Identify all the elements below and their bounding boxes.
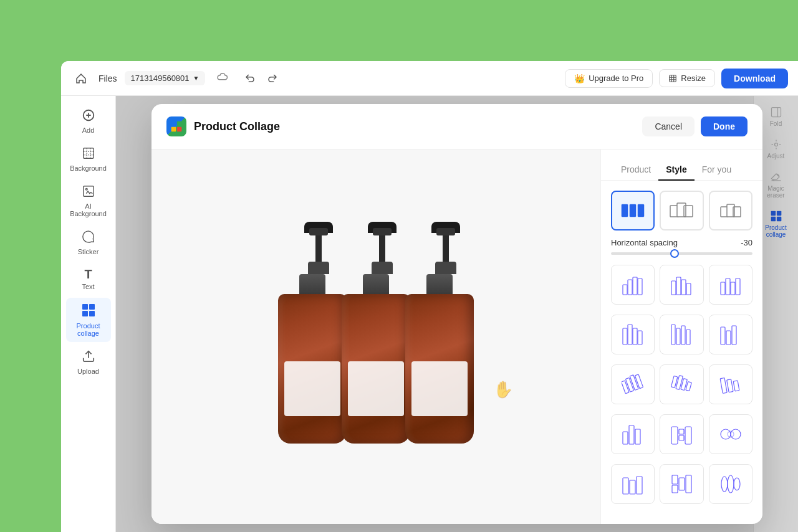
chevron-down-icon: ▼ <box>193 75 200 82</box>
modal-title-area: Product Collage <box>166 116 280 136</box>
arrangement-option-7[interactable] <box>611 364 655 404</box>
upload-icon <box>82 349 95 365</box>
modal-overlay: Product Collage Cancel Done <box>116 96 798 532</box>
preview-area[interactable]: ✋ <box>151 150 600 524</box>
sidebar-sticker-label: Sticker <box>78 248 99 255</box>
svg-point-80 <box>721 477 728 492</box>
svg-rect-39 <box>731 282 735 295</box>
upgrade-button[interactable]: 👑 Upgrade to Pro <box>565 69 653 88</box>
svg-rect-36 <box>686 283 691 295</box>
svg-rect-0 <box>670 75 676 82</box>
svg-rect-52 <box>622 381 629 394</box>
done-button[interactable]: Done <box>701 116 748 136</box>
modal-body: ✋ Product Style For you <box>151 150 762 524</box>
svg-rect-20 <box>622 204 628 217</box>
arrangement-option-12[interactable] <box>709 414 752 454</box>
sidebar-product-collage-label: Product collage <box>69 322 108 337</box>
sidebar-item-text[interactable]: T Text <box>66 263 111 295</box>
svg-rect-2 <box>83 148 94 159</box>
svg-point-70 <box>721 429 731 439</box>
app-window: Files 1713149560801 ▼ <box>61 61 798 532</box>
svg-rect-47 <box>681 326 685 344</box>
sidebar-item-background[interactable]: Background <box>66 141 111 177</box>
svg-rect-16 <box>171 121 176 126</box>
svg-rect-75 <box>637 477 642 494</box>
svg-rect-60 <box>720 378 727 394</box>
filename-text: 1713149560801 <box>131 74 190 83</box>
content-area: Add Background <box>61 96 798 532</box>
hand-cursor-icon: ✋ <box>493 380 513 399</box>
arrangement-option-15[interactable] <box>709 464 752 504</box>
cancel-button[interactable]: Cancel <box>642 116 695 136</box>
arrangement-grid-4 <box>611 414 752 454</box>
svg-rect-51 <box>732 326 736 344</box>
svg-rect-43 <box>633 328 637 344</box>
slider-thumb[interactable] <box>670 249 679 258</box>
svg-rect-17 <box>177 121 182 126</box>
redo-button[interactable] <box>262 69 282 88</box>
layout-option-overlap[interactable] <box>660 191 703 230</box>
undo-redo-group <box>240 69 282 88</box>
filename-chip[interactable]: 1713149560801 ▼ <box>125 71 206 85</box>
arrangement-option-3[interactable] <box>709 265 752 305</box>
sidebar-item-product-collage[interactable]: Product collage <box>66 298 111 342</box>
style-panel: Product Style For you <box>600 150 762 524</box>
arrangement-option-4[interactable] <box>611 315 655 354</box>
arrangement-option-8[interactable] <box>660 364 703 404</box>
layout-option-horizontal-even[interactable] <box>611 191 655 230</box>
home-button[interactable] <box>71 69 91 88</box>
arrangement-option-13[interactable] <box>611 464 655 504</box>
arrangement-option-11[interactable] <box>660 414 703 454</box>
sidebar-item-upload[interactable]: Upload <box>66 344 111 380</box>
spacing-slider[interactable] <box>611 252 752 255</box>
arrangement-option-9[interactable] <box>709 364 752 404</box>
svg-rect-5 <box>82 304 88 310</box>
arrangement-option-2[interactable] <box>660 265 703 305</box>
modal-header: Product Collage Cancel Done <box>151 104 762 150</box>
tab-style[interactable]: Style <box>658 159 694 181</box>
canvas-area[interactable]: Fold Adjust Magic eraser Product collage <box>116 96 798 532</box>
arrangement-grid-5 <box>611 464 752 504</box>
svg-rect-22 <box>638 204 644 217</box>
svg-point-71 <box>731 429 741 439</box>
arrangement-option-1[interactable] <box>611 265 655 305</box>
sidebar-item-sticker[interactable]: Sticker <box>66 225 111 260</box>
svg-rect-55 <box>635 374 643 389</box>
svg-rect-18 <box>171 127 176 132</box>
modal-logo <box>166 116 186 136</box>
cloud-icon <box>213 69 233 88</box>
svg-rect-37 <box>721 282 725 295</box>
svg-rect-31 <box>633 277 637 295</box>
svg-rect-68 <box>679 435 684 440</box>
download-button[interactable]: Download <box>721 69 788 88</box>
svg-rect-50 <box>726 331 731 344</box>
arrangement-option-6[interactable] <box>709 315 752 354</box>
sidebar-item-add[interactable]: Add <box>66 103 111 139</box>
svg-rect-40 <box>736 278 740 295</box>
layout-option-stacked[interactable] <box>709 191 752 230</box>
arrangement-option-5[interactable] <box>660 315 703 354</box>
sidebar-background-label: Background <box>70 164 107 172</box>
files-label[interactable]: Files <box>99 74 117 83</box>
svg-rect-3 <box>83 186 94 197</box>
product-collage-icon <box>81 303 96 320</box>
layout-options-top <box>611 191 752 230</box>
svg-rect-34 <box>676 277 681 295</box>
svg-rect-53 <box>626 378 634 392</box>
arrangement-option-14[interactable] <box>660 464 703 504</box>
svg-point-82 <box>734 478 740 490</box>
sidebar-ai-bg-label: AI Background <box>69 202 108 217</box>
svg-rect-46 <box>676 328 680 344</box>
tab-for-you[interactable]: For you <box>695 159 739 181</box>
ai-background-icon <box>82 184 95 200</box>
svg-rect-38 <box>726 278 730 295</box>
spacing-value: -30 <box>741 238 752 247</box>
tab-product[interactable]: Product <box>613 159 658 181</box>
undo-button[interactable] <box>240 69 260 88</box>
resize-button[interactable]: Resize <box>659 69 715 87</box>
spacing-label: Horizontal spacing <box>611 238 678 247</box>
sidebar-item-ai-background[interactable]: AI Background <box>66 179 111 222</box>
sticker-icon <box>82 230 95 245</box>
arrangement-grid-2 <box>611 315 752 354</box>
arrangement-option-10[interactable] <box>611 414 655 454</box>
